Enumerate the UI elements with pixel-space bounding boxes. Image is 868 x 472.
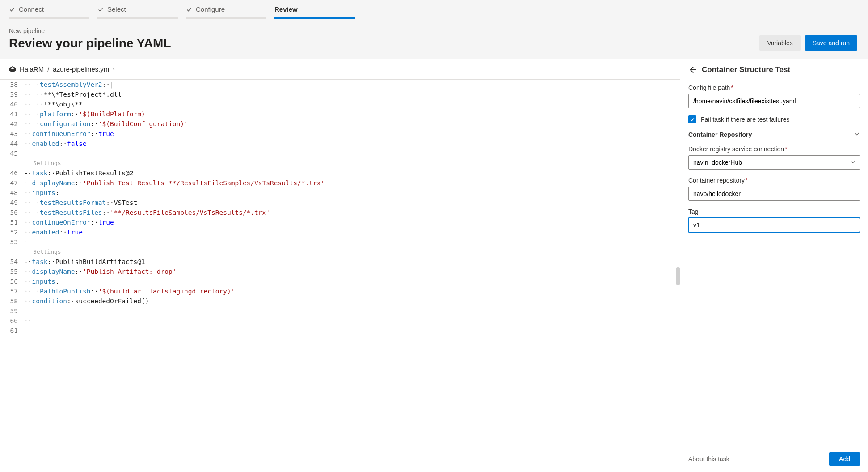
code-line: 52··enabled:·true (0, 227, 680, 237)
code-line: 40·····!**\obj\** (0, 99, 680, 109)
check-icon (97, 6, 104, 13)
config-file-path-input[interactable] (688, 94, 860, 108)
wizard-step-select[interactable]: Select (97, 5, 178, 19)
code-line: 42····configuration:·'$(BuildConfigurati… (0, 119, 680, 129)
code-line: 58··condition:·succeededOrFailed() (0, 296, 680, 306)
line-number: 53 (0, 237, 24, 247)
line-number: 55 (0, 267, 24, 276)
code-line: 48··inputs: (0, 188, 680, 198)
breadcrumb: New pipeline (9, 27, 171, 34)
line-number: 61 (0, 326, 24, 336)
line-number: 39 (0, 89, 24, 99)
line-number: 54 (0, 257, 24, 267)
code-line: 49····testResultsFormat:·VSTest (0, 198, 680, 208)
code-editor[interactable]: 38····testAssemblyVer2:·|39·····**\*Test… (0, 80, 680, 472)
code-lens-settings[interactable]: Settings (0, 158, 680, 168)
code-line: 53·· (0, 237, 680, 247)
file-name[interactable]: azure-pipelines.yml * (53, 65, 115, 73)
code-line: 41····platform:·'$(BuildPlatform)' (0, 109, 680, 119)
variables-button[interactable]: Variables (759, 35, 800, 51)
editor-pane: HalaRM / azure-pipelines.yml * 38····tes… (0, 59, 680, 472)
code-line: 60·· (0, 316, 680, 326)
breadcrumb-separator: / (47, 65, 49, 73)
about-this-task-link[interactable]: About this task (688, 455, 729, 463)
code-line: 47··displayName:·'Publish Test Results *… (0, 178, 680, 188)
line-number: 43 (0, 129, 24, 139)
back-arrow-icon[interactable] (688, 66, 696, 74)
line-number: 42 (0, 119, 24, 129)
line-number: 41 (0, 109, 24, 119)
panel-title: Container Structure Test (702, 65, 790, 74)
page-title: Review your pipeline YAML (9, 36, 171, 51)
line-number: 59 (0, 306, 24, 316)
line-number: 48 (0, 188, 24, 198)
line-number: 51 (0, 217, 24, 227)
registry-connection-label: Docker registry service connection* (688, 145, 860, 153)
code-line: 59 (0, 306, 680, 316)
fail-checkbox-label: Fail task if there are test failures (701, 116, 789, 123)
task-assistant-panel: Container Structure Test Config file pat… (680, 59, 868, 472)
pane-resize-handle[interactable] (676, 267, 680, 285)
repo-name[interactable]: HalaRM (20, 65, 44, 73)
code-line: 45 (0, 149, 680, 158)
code-line: 38····testAssemblyVer2:·| (0, 80, 680, 89)
code-line: 51··continueOnError:·true (0, 217, 680, 227)
file-breadcrumb: HalaRM / azure-pipelines.yml * (0, 59, 680, 80)
code-line: 61 (0, 326, 680, 336)
code-line: 55··displayName:·'Publish Artifact: drop… (0, 267, 680, 276)
config-file-path-label: Config file path* (688, 84, 860, 91)
repo-icon (9, 66, 16, 73)
check-icon (9, 6, 15, 13)
checkbox-checked-icon (688, 115, 696, 123)
line-number: 40 (0, 99, 24, 109)
line-number: 46 (0, 168, 24, 178)
line-number: 57 (0, 286, 24, 296)
wizard-step-label: Connect (19, 5, 44, 13)
line-number: 60 (0, 316, 24, 326)
wizard-step-configure[interactable]: Configure (186, 5, 266, 19)
line-number: 45 (0, 149, 24, 158)
code-line: 43··continueOnError:·true (0, 129, 680, 139)
page-header: New pipeline Review your pipeline YAML V… (0, 19, 868, 59)
line-number: 47 (0, 178, 24, 188)
container-repository-input[interactable] (688, 187, 860, 201)
line-number: 38 (0, 80, 24, 89)
code-line: 39·····**\*TestProject*.dll (0, 89, 680, 99)
container-repository-label: Container repository* (688, 177, 860, 184)
line-number: 56 (0, 276, 24, 286)
line-number: 49 (0, 198, 24, 208)
line-number: 50 (0, 208, 24, 217)
line-number: 44 (0, 139, 24, 149)
code-line: 44··enabled:·false (0, 139, 680, 149)
code-line: 54-·task:·PublishBuildArtifacts@1 (0, 257, 680, 267)
save-and-run-button[interactable]: Save and run (805, 35, 857, 51)
code-line: 46-·task:·PublishTestResults@2 (0, 168, 680, 178)
add-button[interactable]: Add (829, 452, 860, 466)
code-line: 57····PathtoPublish:·'$(build.artifactst… (0, 286, 680, 296)
registry-connection-select[interactable] (688, 155, 860, 170)
tag-label: Tag (688, 208, 860, 215)
code-line: 50····testResultsFiles:·'**/ResultsFileS… (0, 208, 680, 217)
wizard-steps: ConnectSelectConfigureReview (0, 0, 868, 19)
check-icon (186, 6, 192, 13)
tag-input[interactable] (688, 218, 860, 232)
fail-on-test-failures-checkbox[interactable]: Fail task if there are test failures (688, 115, 860, 123)
wizard-step-review[interactable]: Review (274, 5, 355, 19)
code-line: 56··inputs: (0, 276, 680, 286)
line-number: 52 (0, 227, 24, 237)
wizard-step-label: Configure (196, 5, 225, 13)
line-number: 58 (0, 296, 24, 306)
container-repository-section[interactable]: Container Repository (688, 131, 860, 138)
wizard-step-label: Review (274, 5, 298, 13)
code-lens-settings[interactable]: Settings (0, 247, 680, 257)
wizard-step-label: Select (107, 5, 126, 13)
wizard-step-connect[interactable]: Connect (9, 5, 89, 19)
chevron-down-icon (854, 131, 860, 138)
